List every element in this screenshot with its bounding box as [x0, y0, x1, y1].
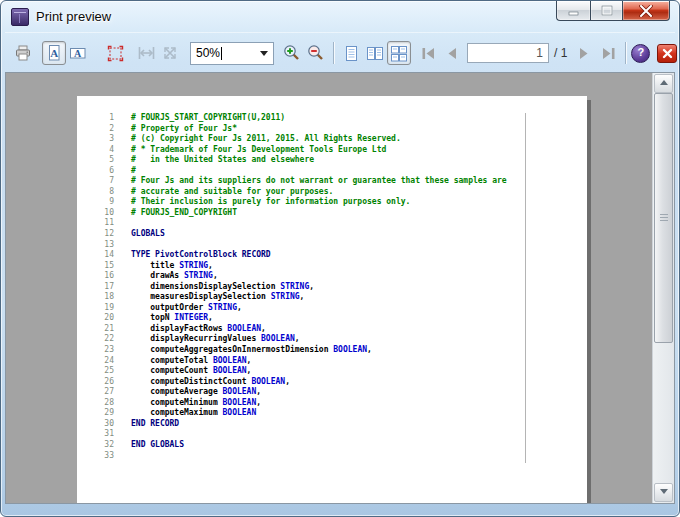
fit-width-icon	[138, 46, 155, 60]
titlebar: Print preview	[1, 1, 679, 32]
code-line: 15 title STRING,	[77, 261, 587, 272]
code-line: 27 computeAverage BOOLEAN,	[77, 387, 587, 398]
minimize-icon	[568, 6, 580, 16]
code-line: 32END GLOBALS	[77, 440, 587, 451]
print-icon	[14, 45, 32, 61]
code-line: 4# * Trademark of Four Js Development To…	[77, 145, 587, 156]
zoom-combobox[interactable]: 50%	[190, 42, 274, 65]
help-button[interactable]: ?	[631, 44, 650, 63]
code-line: 18 measuresDisplaySelection STRING,	[77, 292, 587, 303]
code-line: 33	[77, 451, 587, 462]
toolbar: A A	[5, 32, 675, 73]
down-arrow-icon	[660, 489, 668, 494]
code-line: 25 computeCount BOOLEAN,	[77, 366, 587, 377]
text-caret	[221, 47, 222, 60]
code-line: 10# FOURJS_END_COPYRIGHT	[77, 208, 587, 219]
fit-page-icon	[162, 45, 178, 61]
landscape-page-icon: A	[69, 45, 87, 61]
zoom-out-button[interactable]	[304, 41, 328, 65]
last-page-icon	[601, 47, 616, 60]
toolbar-separator	[625, 42, 626, 64]
zoom-value: 50%	[191, 46, 220, 60]
portrait-orientation-button[interactable]: A	[42, 41, 66, 65]
zoom-in-icon	[283, 44, 301, 62]
code-line: 11	[77, 218, 587, 229]
scroll-up-button[interactable]	[654, 74, 673, 93]
page-shadow	[587, 100, 591, 503]
code-line: 7# Four Js and its suppliers do not warr…	[77, 176, 587, 187]
code-line: 8# accurate and suitable for your purpos…	[77, 187, 587, 198]
code-line: 30END RECORD	[77, 419, 587, 430]
vertical-scrollbar[interactable]	[652, 73, 674, 503]
previous-page-button[interactable]	[440, 41, 464, 65]
page-total-label: / 1	[554, 46, 567, 60]
help-icon: ?	[637, 46, 644, 58]
maximize-button[interactable]	[590, 1, 622, 21]
maximize-icon	[601, 5, 613, 16]
previous-page-icon	[446, 47, 458, 60]
code-line: 21 displayFactRows BOOLEAN,	[77, 324, 587, 335]
code-line: 24 computeTotal BOOLEAN,	[77, 356, 587, 367]
four-pages-icon	[390, 45, 408, 62]
close-button[interactable]	[622, 1, 670, 21]
svg-text:A: A	[50, 47, 58, 59]
code-line: 9# Their inclusion is purely for informa…	[77, 197, 587, 208]
code-line: 13	[77, 240, 587, 251]
code-line: 17 dimensionsDisplaySelection STRING,	[77, 282, 587, 293]
last-page-button[interactable]	[596, 41, 620, 65]
window-title: Print preview	[36, 9, 111, 24]
code-line: 12GLOBALS	[77, 229, 587, 240]
print-button[interactable]	[11, 41, 35, 65]
code-line: 6#	[77, 166, 587, 177]
first-page-button[interactable]	[416, 41, 440, 65]
svg-text:A: A	[74, 48, 82, 59]
code-line: 29 computeMaximum BOOLEAN	[77, 408, 587, 419]
preview-area: 1# FOURJS_START_COPYRIGHT(U,2011)2# Prop…	[5, 72, 675, 504]
fit-width-button[interactable]	[134, 41, 158, 65]
window-controls	[556, 1, 670, 21]
code-line: 1# FOURJS_START_COPYRIGHT(U,2011)	[77, 113, 587, 124]
code-line: 3# (c) Copyright Four Js 2011, 2015. All…	[77, 134, 587, 145]
zoom-out-icon	[307, 44, 325, 62]
page-number-input[interactable]	[467, 43, 549, 63]
landscape-orientation-button[interactable]: A	[66, 41, 90, 65]
code-line: 19 outputOrder STRING,	[77, 303, 587, 314]
document-page: 1# FOURJS_START_COPYRIGHT(U,2011)2# Prop…	[77, 96, 587, 503]
four-page-view-button[interactable]	[387, 41, 411, 65]
close-icon	[639, 5, 653, 17]
single-page-icon	[344, 45, 359, 62]
scrollbar-thumb[interactable]	[654, 93, 673, 343]
dropdown-arrow-icon	[260, 51, 268, 56]
two-pages-icon	[366, 45, 384, 62]
code-line: 31	[77, 429, 587, 440]
fit-page-button[interactable]	[158, 41, 182, 65]
next-page-icon	[578, 47, 590, 60]
code-line: 5# in the United States and elsewhere	[77, 155, 587, 166]
code-line: 14TYPE PivotControlBlock RECORD	[77, 250, 587, 261]
code-line: 16 drawAs STRING,	[77, 271, 587, 282]
code-line: 2# Property of Four Js*	[77, 124, 587, 135]
code-line: 20 topN INTEGER,	[77, 313, 587, 324]
next-page-button[interactable]	[572, 41, 596, 65]
app-icon	[11, 8, 29, 26]
code-lines: 1# FOURJS_START_COPYRIGHT(U,2011)2# Prop…	[77, 113, 587, 461]
margins-button[interactable]	[103, 41, 127, 65]
up-arrow-icon	[660, 80, 668, 85]
margins-icon	[107, 45, 124, 62]
minimize-button[interactable]	[556, 1, 590, 21]
code-line: 22 displayRecurringValues BOOLEAN,	[77, 334, 587, 345]
portrait-page-icon: A	[46, 44, 62, 62]
scroll-down-button[interactable]	[654, 483, 673, 502]
code-line: 28 computeMinimum BOOLEAN,	[77, 398, 587, 409]
single-page-view-button[interactable]	[339, 41, 363, 65]
first-page-icon	[421, 47, 436, 60]
close-preview-button[interactable]	[657, 44, 677, 63]
print-preview-window: Print preview A	[0, 0, 680, 517]
code-line: 23 computeAggregatesOnInnermostDimension…	[77, 345, 587, 356]
zoom-in-button[interactable]	[280, 41, 304, 65]
toolbar-separator	[333, 42, 334, 64]
code-line: 26 computeDistinctCount BOOLEAN,	[77, 377, 587, 388]
close-preview-icon	[662, 48, 673, 59]
two-page-view-button[interactable]	[363, 41, 387, 65]
